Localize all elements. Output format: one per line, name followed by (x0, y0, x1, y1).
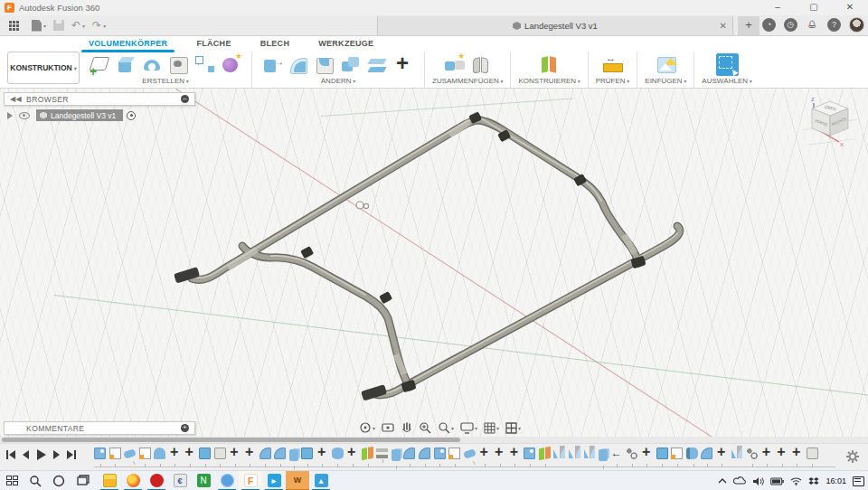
timeline-feature-combine[interactable] (599, 449, 608, 461)
revolve-icon[interactable] (141, 53, 164, 76)
skip-to-start-icon[interactable] (5, 449, 16, 460)
timeline-feature-move[interactable] (478, 448, 490, 459)
timeline-feature-mirror[interactable] (553, 448, 565, 459)
extrude-icon[interactable] (115, 53, 137, 76)
offset-face-icon[interactable] (366, 53, 389, 76)
taskbar-app-app-green[interactable]: N (192, 471, 215, 490)
timeline-feature-move[interactable] (509, 448, 521, 459)
fit-icon[interactable]: ▾ (436, 420, 456, 435)
step-forward-icon[interactable] (52, 449, 61, 460)
form-icon[interactable] (220, 53, 242, 76)
timeline-feature-cylinder[interactable] (332, 448, 344, 459)
timeline-feature-sweep[interactable] (463, 448, 476, 459)
viewcube[interactable]: Z X OBEN VORNE RECHTS (799, 94, 861, 150)
timeline-feature-move[interactable] (244, 448, 256, 459)
radio-target-icon[interactable] (127, 111, 136, 120)
cortana-icon[interactable] (47, 471, 71, 490)
fillet-icon[interactable] (288, 53, 310, 76)
timeline-feature-combine[interactable] (392, 449, 401, 461)
search-icon[interactable] (24, 471, 47, 490)
redo-button[interactable]: ↷▾ (89, 16, 109, 34)
grid-settings-icon[interactable]: ▾ (482, 421, 501, 435)
pan-icon[interactable] (399, 421, 414, 435)
timeline-feature-extrude[interactable] (301, 448, 313, 459)
zoom-icon[interactable] (417, 420, 433, 435)
notifications-bell-icon[interactable]: 🕭 (806, 18, 819, 32)
close-button[interactable]: ✕ (832, 0, 868, 14)
timeline-feature-plane[interactable] (362, 447, 373, 460)
orbit-icon[interactable]: ▾ (357, 420, 377, 435)
collapse-arrows-icon[interactable]: ◀◀ (10, 95, 22, 103)
save-button[interactable] (50, 16, 68, 34)
browser-item-selected[interactable]: Landegestell V3 v1 (36, 109, 123, 121)
timeline-feature-move[interactable] (229, 448, 241, 459)
taskbar-app-media-player[interactable]: ▸ (262, 471, 286, 490)
timeline-feature-fillet[interactable] (259, 448, 271, 459)
skip-to-end-icon[interactable] (66, 449, 77, 460)
taskbar-app-photos[interactable]: ▴ (309, 471, 333, 490)
combine-icon[interactable] (340, 53, 363, 76)
ribbon-group-label[interactable]: PRÜFEN (596, 77, 630, 88)
expand-arrow-icon[interactable] (7, 112, 13, 119)
timeline-feature-sketch[interactable] (139, 448, 151, 459)
user-avatar[interactable] (849, 17, 864, 33)
timeline-feature-combine[interactable] (289, 449, 298, 461)
taskbar-app-fusion-360[interactable]: F (239, 471, 262, 490)
action-center-icon[interactable] (853, 476, 864, 486)
ribbon-tab-werkzeuge[interactable]: WERKZEUGE (316, 38, 375, 52)
chevron-up-icon[interactable] (718, 477, 727, 485)
browser-panel-header[interactable]: ◀◀ BROWSER – (4, 92, 195, 106)
horizontal-scrollbar[interactable] (0, 437, 868, 443)
ribbon-tab-fläche[interactable]: FLÄCHE (194, 38, 232, 52)
timeline-feature-sketch[interactable] (671, 448, 683, 459)
comment-circle-icon[interactable]: + (181, 424, 189, 432)
document-tab[interactable]: Landegestell V3 v1 ✕ (377, 16, 733, 35)
timeline-feature-move[interactable] (494, 448, 505, 459)
timeline-feature-move[interactable] (316, 448, 328, 459)
timeline-feature-pattern[interactable] (626, 448, 637, 459)
timeline-feature-fillet[interactable] (701, 448, 712, 459)
timeline-feature-offset[interactable] (376, 448, 388, 458)
shell-icon[interactable] (314, 53, 336, 76)
ribbon-group-label[interactable]: ZUSAMMENFÜGEN (432, 77, 503, 88)
sketch-dimension-icon[interactable] (193, 53, 216, 76)
new-sketch-icon[interactable] (89, 53, 111, 76)
app-grid-icon[interactable] (0, 16, 28, 34)
ribbon-group-label[interactable]: AUSWÄHLEN (702, 77, 751, 88)
press-pull-icon[interactable] (261, 53, 284, 76)
timeline-feature-fillet[interactable] (274, 448, 286, 459)
timeline-feature-move[interactable] (761, 448, 773, 459)
cloud-icon[interactable] (733, 476, 746, 485)
new-tab-button[interactable]: + (738, 16, 760, 35)
look-at-icon[interactable] (380, 421, 396, 434)
timeline-feature-move[interactable] (169, 448, 181, 459)
taskbar-app-file-explorer[interactable] (98, 471, 121, 490)
eye-icon[interactable] (19, 112, 30, 119)
undo-button[interactable]: ↶▾ (68, 16, 89, 34)
move-icon[interactable] (392, 53, 415, 76)
taskbar-app-app-euro[interactable]: € (168, 471, 192, 490)
minus-circle-icon[interactable]: – (181, 95, 189, 103)
scrollbar-thumb[interactable] (2, 438, 460, 442)
tab-close-icon[interactable]: ✕ (720, 21, 727, 31)
timeline-feature-rollback[interactable] (611, 448, 623, 459)
timeline-feature-body[interactable] (214, 448, 226, 459)
step-back-icon[interactable] (21, 449, 31, 460)
timeline-feature-canvas[interactable] (524, 448, 535, 459)
timeline-feature-body[interactable] (807, 448, 818, 459)
display-settings-icon[interactable]: ▾ (458, 421, 479, 435)
task-view-icon[interactable] (71, 471, 94, 490)
timeline-feature-sketch[interactable] (109, 448, 121, 459)
comments-panel-header[interactable]: ◀◀ KOMMENTARE + (4, 421, 195, 435)
timeline-feature-revolve[interactable] (154, 448, 165, 459)
timeline-feature-sweep[interactable] (123, 448, 137, 459)
timeline-feature-mirror[interactable] (569, 448, 580, 459)
viewport-canvas[interactable]: Z X OBEN VORNE RECHTS ◀◀ BROWSER – Lande… (0, 89, 868, 437)
timeline-feature-canvas[interactable] (434, 448, 446, 459)
timeline-feature-fillet[interactable] (419, 448, 430, 459)
joint-icon[interactable] (469, 53, 492, 76)
viewports-icon[interactable]: ▾ (504, 421, 523, 435)
volume-icon[interactable] (752, 476, 764, 486)
help-icon[interactable]: ? (827, 18, 841, 32)
minimize-button[interactable]: – (760, 0, 796, 14)
